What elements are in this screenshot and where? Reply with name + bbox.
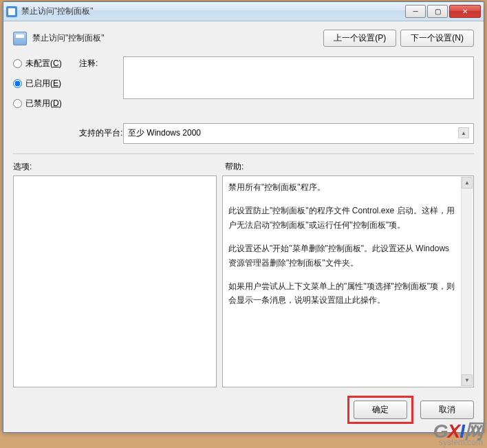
dialog-window: 禁止访问"控制面板" ─ ▢ ✕ 禁止访问"控制面板" 上一个设置(P) 下一个… (3, 1, 484, 433)
radio-group: 未配置(C) 已启用(E) 已禁用(D) (13, 56, 79, 118)
next-setting-button[interactable]: 下一个设置(N) (400, 30, 474, 47)
panels-header: 选项: 帮助: (13, 161, 474, 173)
titlebar: 禁止访问"控制面板" ─ ▢ ✕ (3, 2, 484, 21)
dialog-content: 禁止访问"控制面板" 上一个设置(P) 下一个设置(N) 未配置(C) 已启用(… (3, 21, 484, 432)
close-button[interactable]: ✕ (449, 5, 481, 18)
radio-disabled-input[interactable] (13, 99, 22, 108)
maximize-button[interactable]: ▢ (427, 5, 448, 18)
radio-disabled[interactable]: 已禁用(D) (13, 98, 79, 109)
help-para: 如果用户尝试从上下文菜单上的"属性"项选择"控制面板"项，则会显示一条消息，说明… (228, 279, 455, 308)
help-para: 此设置还从"开始"菜单删除"控制面板"。此设置还从 Windows 资源管理器删… (228, 242, 455, 270)
platform-label: 支持的平台: (79, 123, 123, 144)
scroll-up-button[interactable]: ▲ (462, 177, 473, 189)
cancel-button[interactable]: 取消 (420, 401, 474, 419)
radio-enabled[interactable]: 已启用(E) (13, 78, 79, 89)
comment-label: 注释: (79, 56, 123, 118)
radio-enabled-input[interactable] (13, 79, 22, 88)
help-para: 禁用所有"控制面板"程序。 (228, 180, 455, 194)
watermark-url: system.com (433, 438, 483, 447)
comment-section: 注释: (79, 56, 474, 118)
divider (13, 153, 474, 154)
ok-highlight: 确定 (347, 396, 413, 424)
prev-setting-button[interactable]: 上一个设置(P) (323, 30, 396, 47)
panels: 禁用所有"控制面板"程序。 此设置防止"控制面板"的程序文件 Control.e… (13, 175, 474, 387)
options-panel (13, 175, 217, 387)
ok-button[interactable]: 确定 (354, 401, 407, 419)
footer: 确定 取消 (13, 396, 474, 424)
help-para: 此设置防止"控制面板"的程序文件 Control.exe 启动。这样，用户无法启… (228, 204, 455, 232)
platform-box: 至少 Windows 2000 ▲ (123, 123, 474, 144)
header-row: 禁止访问"控制面板" 上一个设置(P) 下一个设置(N) (13, 30, 474, 47)
scroll-down-button[interactable]: ▼ (462, 374, 473, 386)
scroll-up-icon[interactable]: ▲ (458, 127, 469, 138)
window-controls: ─ ▢ ✕ (404, 5, 481, 18)
help-label: 帮助: (225, 161, 474, 173)
platform-row: 支持的平台: 至少 Windows 2000 ▲ (79, 123, 474, 144)
policy-title: 禁止访问"控制面板" (32, 32, 323, 44)
window-title: 禁止访问"控制面板" (21, 6, 404, 17)
options-label: 选项: (13, 161, 219, 173)
help-panel: 禁用所有"控制面板"程序。 此设置防止"控制面板"的程序文件 Control.e… (222, 175, 474, 387)
help-text: 禁用所有"控制面板"程序。 此设置防止"控制面板"的程序文件 Control.e… (228, 180, 468, 308)
help-scrollbar[interactable]: ▲ ▼ (461, 177, 473, 386)
radio-not-configured[interactable]: 未配置(C) (13, 58, 79, 70)
policy-icon (13, 32, 27, 45)
config-row: 未配置(C) 已启用(E) 已禁用(D) 注释: (13, 56, 474, 118)
nav-buttons: 上一个设置(P) 下一个设置(N) (323, 30, 474, 47)
platform-value: 至少 Windows 2000 (128, 127, 201, 139)
minimize-button[interactable]: ─ (405, 5, 426, 18)
app-icon (6, 6, 17, 17)
comment-textarea[interactable] (123, 56, 474, 99)
radio-not-configured-input[interactable] (13, 59, 22, 68)
watermark: GXI网 system.com (433, 422, 483, 447)
